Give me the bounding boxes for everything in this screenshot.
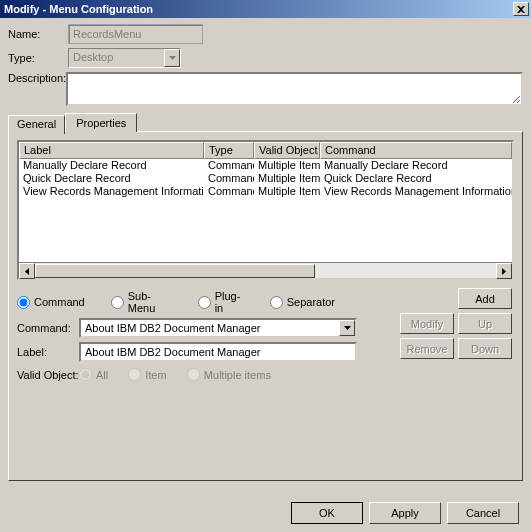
scroll-thumb[interactable] [35, 264, 315, 278]
radio-plugin[interactable]: Plug-in [198, 290, 244, 314]
cell: Multiple Items [254, 159, 320, 172]
col-valid[interactable]: Valid Object [254, 142, 320, 159]
radio-multiple: Multiple items [187, 368, 271, 381]
col-type[interactable]: Type [204, 142, 254, 159]
description-label: Description: [8, 72, 66, 84]
cell: Quick Declare Record [19, 172, 204, 185]
cell: View Records Management Information [320, 185, 512, 198]
radio-all: All [79, 368, 108, 381]
tab-general[interactable]: General [8, 115, 65, 134]
cell: Command [204, 159, 254, 172]
up-button[interactable]: Up [458, 313, 512, 334]
col-label[interactable]: Label [19, 142, 204, 159]
titlebar: Modify - Menu Configuration [0, 0, 531, 18]
cell: View Records Management Information [19, 185, 204, 198]
modify-button[interactable]: Modify [400, 313, 454, 334]
table-row[interactable]: Manually Declare Record Command Multiple… [19, 159, 512, 172]
name-label: Name: [8, 28, 68, 40]
add-button[interactable]: Add [458, 288, 512, 309]
scroll-track[interactable] [35, 263, 496, 278]
mode-radio-group: Command Sub-Menu Plug-in Separator [17, 290, 357, 314]
cell: Command [204, 185, 254, 198]
cell: Command [204, 172, 254, 185]
description-field[interactable] [66, 72, 523, 106]
radio-submenu[interactable]: Sub-Menu [111, 290, 172, 314]
cell: Multiple Items [254, 185, 320, 198]
scroll-right-icon[interactable] [496, 263, 512, 279]
cancel-button[interactable]: Cancel [447, 502, 519, 524]
apply-button[interactable]: Apply [369, 502, 441, 524]
command-value: About IBM DB2 Document Manager [81, 321, 339, 335]
radio-item: Item [128, 368, 166, 381]
type-select: Desktop [68, 48, 181, 68]
name-field [68, 24, 203, 44]
ok-button[interactable]: OK [291, 502, 363, 524]
h-scrollbar[interactable] [19, 262, 512, 278]
command-label: Command: [17, 322, 79, 334]
window-title: Modify - Menu Configuration [2, 3, 513, 15]
radio-command[interactable]: Command [17, 296, 85, 309]
commands-grid[interactable]: Label Type Valid Object Command Manually… [17, 140, 514, 280]
scroll-left-icon[interactable] [19, 263, 35, 279]
table-row[interactable]: View Records Management Information Comm… [19, 185, 512, 198]
type-label: Type: [8, 52, 68, 64]
tab-panel-properties: Label Type Valid Object Command Manually… [8, 131, 523, 481]
label-label: Label: [17, 346, 79, 358]
command-select[interactable]: About IBM DB2 Document Manager [79, 318, 357, 338]
cell: Manually Declare Record [19, 159, 204, 172]
tab-properties[interactable]: Properties [65, 113, 137, 132]
type-value: Desktop [69, 49, 164, 67]
down-button[interactable]: Down [458, 338, 512, 359]
chevron-down-icon [164, 49, 180, 67]
chevron-down-icon[interactable] [339, 320, 355, 336]
label-field[interactable] [79, 342, 357, 362]
col-command[interactable]: Command [320, 142, 512, 159]
table-row[interactable]: Quick Declare Record Command Multiple It… [19, 172, 512, 185]
cell: Multiple Items [254, 172, 320, 185]
remove-button[interactable]: Remove [400, 338, 454, 359]
close-button[interactable] [513, 2, 529, 16]
grid-header: Label Type Valid Object Command [19, 142, 512, 159]
cell: Quick Declare Record [320, 172, 512, 185]
cell: Manually Declare Record [320, 159, 512, 172]
radio-separator[interactable]: Separator [270, 296, 335, 309]
valid-object-label: Valid Object: [17, 369, 79, 381]
